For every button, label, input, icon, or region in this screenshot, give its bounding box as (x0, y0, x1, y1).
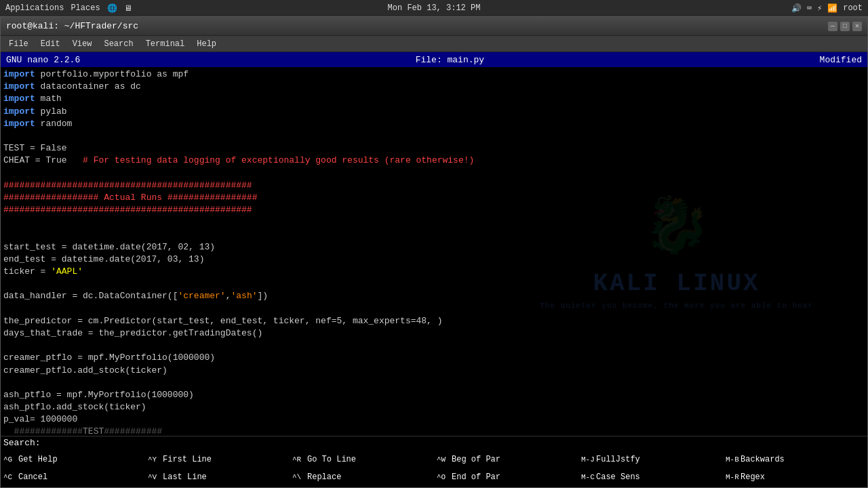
menu-edit[interactable]: Edit (35, 38, 66, 50)
code-line-20 (3, 303, 865, 315)
code-line-16: end_test = datetime.date(2017, 03, 13) (3, 253, 865, 266)
code-line-14 (3, 228, 865, 241)
shortcut-label-get-help: Get Help (18, 455, 58, 464)
nano-modified: Modified (820, 55, 862, 65)
globe-icon[interactable]: 🌐 (107, 3, 117, 14)
user-label: root (843, 3, 863, 13)
shortcut-label-backwards: Backwards (741, 455, 785, 464)
shortcut-key-regex: M-R (726, 473, 739, 481)
shortcut-get-help[interactable]: ^G Get Help (1, 454, 145, 465)
shortcut-case-sens[interactable]: M-C Case Sens (578, 472, 723, 483)
code-line-17: ticker = 'AAPL' (3, 266, 865, 278)
shortcut-label-last-line: Last Line (163, 472, 207, 482)
shortcut-label-fulljstfy: FullJstfy (596, 455, 640, 464)
maximize-button[interactable]: □ (840, 22, 850, 31)
system-bar: Applications Places 🌐 🖥 Mon Feb 13, 3:12… (0, 0, 868, 16)
shortcut-last-line[interactable]: ^V Last Line (145, 472, 290, 483)
search-label: Search: (3, 438, 41, 448)
shortcut-key-go-to-line: ^R (292, 455, 306, 464)
code-line-21: the_predictor = cm.Predictor(start_test,… (3, 315, 865, 327)
code-area[interactable]: 🐉 KALI LINUX The quieter you become, the… (1, 67, 867, 436)
shortcut-beg-of-par[interactable]: ^W Beg of Par (434, 454, 578, 465)
shortcut-key-fulljstfy: M-J (581, 455, 595, 464)
terminal-icon[interactable]: 🖥 (124, 3, 132, 14)
code-line-4: import pylab (3, 106, 865, 118)
shortcut-go-to-line[interactable]: ^R Go To Line (290, 454, 434, 465)
shortcut-col-1: ^G Get Help ^C Cancel (1, 449, 145, 487)
shortcut-regex[interactable]: M-R Regex (723, 472, 867, 483)
nano-header: GNU nano 2.2.6 File: main.py Modified (1, 52, 867, 67)
applications-menu[interactable]: Applications (5, 3, 64, 13)
shortcut-key-beg-of-par: ^W (437, 455, 450, 464)
terminal-window: root@kali: ~/HFTrader/src — □ ✕ File Edi… (0, 16, 868, 488)
code-line-28: ash_ptflo.add_stock(ticker) (3, 401, 865, 413)
shortcut-col-5: M-J FullJstfy M-C Case Sens (578, 449, 723, 487)
code-line-13 (3, 216, 865, 228)
code-line-10: ########################################… (3, 180, 865, 192)
shortcut-label-cancel: Cancel (18, 472, 47, 482)
menu-file[interactable]: File (3, 38, 34, 50)
code-line-26 (3, 377, 865, 389)
code-line-23 (3, 340, 865, 352)
code-line-8: CHEAT = True # For testing data logging … (3, 155, 865, 167)
code-line-1: import portfolio.myportfolio as mpf (3, 68, 865, 81)
system-bar-left: Applications Places 🌐 🖥 (5, 3, 132, 14)
shortcut-backwards[interactable]: M-B Backwards (723, 454, 867, 465)
minimize-button[interactable]: — (828, 22, 837, 31)
system-bar-clock: Mon Feb 13, 3:12 PM (388, 3, 481, 13)
shortcut-end-of-par[interactable]: ^O End of Par (434, 472, 578, 483)
menu-bar: File Edit View Search Terminal Help (1, 36, 867, 52)
menu-view[interactable]: View (67, 38, 98, 50)
shortcut-first-line[interactable]: ^Y First Line (145, 454, 290, 465)
code-line-24: creamer_ptflo = mpf.MyPortfolio(1000000) (3, 352, 865, 364)
code-line-12: ########################################… (3, 204, 865, 216)
places-menu[interactable]: Places (71, 3, 100, 13)
code-line-30: #############TEST########### (3, 426, 865, 436)
title-bar-buttons: — □ ✕ (828, 22, 862, 31)
shortcut-key-end-of-par: ^O (437, 473, 450, 481)
shortcut-label-beg-of-par: Beg of Par (452, 455, 500, 464)
code-line-2: import datacontainer as dc (3, 81, 865, 93)
code-line-5: import random (3, 118, 865, 130)
shortcut-label-regex: Regex (741, 472, 765, 482)
code-line-3: import math (3, 93, 865, 105)
code-line-15: start_test = datetime.date(2017, 02, 13) (3, 241, 865, 253)
close-button[interactable]: ✕ (852, 22, 862, 31)
shortcut-key-case-sens: M-C (581, 473, 595, 481)
shortcut-label-replace: Replace (307, 472, 341, 482)
code-line-9 (3, 167, 865, 180)
code-line-27: ash_ptflo = mpf.MyPortfolio(1000000) (3, 389, 865, 401)
menu-search[interactable]: Search (98, 38, 138, 50)
shortcut-col-3: ^R Go To Line ^\ Replace (290, 449, 434, 487)
menu-help[interactable]: Help (191, 38, 222, 50)
search-input[interactable] (43, 438, 865, 448)
keyboard-icon: ⌨ (807, 3, 812, 14)
shortcut-key-cancel: ^C (3, 473, 17, 481)
shortcut-cancel[interactable]: ^C Cancel (1, 472, 145, 483)
code-line-19: data_handler = dc.DataContainer(['creame… (3, 290, 865, 302)
title-bar: root@kali: ~/HFTrader/src — □ ✕ (1, 17, 867, 36)
code-line-11: ################## Actual Runs #########… (3, 192, 865, 204)
shortcut-label-first-line: First Line (163, 455, 212, 464)
shortcut-key-first-line: ^Y (148, 455, 161, 464)
menu-terminal[interactable]: Terminal (140, 38, 191, 50)
network-icon: 📶 (827, 3, 837, 14)
shortcuts-bar: ^G Get Help ^C Cancel ^Y First Line ^V L… (1, 449, 867, 487)
search-bar: Search: (1, 436, 867, 449)
shortcut-fulljstfy[interactable]: M-J FullJstfy (578, 454, 723, 465)
nano-version: GNU nano 2.2.6 (6, 55, 80, 65)
volume-icon: 🔊 (791, 3, 802, 14)
shortcut-key-backwards: M-B (726, 455, 739, 464)
shortcut-col-6: M-B Backwards M-R Regex (723, 449, 867, 487)
shortcut-replace[interactable]: ^\ Replace (290, 472, 434, 483)
shortcut-key-get-help: ^G (3, 455, 17, 464)
title-bar-title: root@kali: ~/HFTrader/src (6, 21, 138, 31)
code-line-18 (3, 278, 865, 290)
shortcut-label-case-sens: Case Sens (596, 472, 640, 482)
code-line-6 (3, 130, 865, 142)
code-line-25: creamer_ptflo.add_stock(ticker) (3, 365, 865, 377)
shortcut-col-4: ^W Beg of Par ^O End of Par (434, 449, 578, 487)
code-line-29: p_val= 1000000 (3, 413, 865, 426)
shortcut-key-replace: ^\ (292, 473, 306, 481)
code-line-22: days_that_trade = the_predictor.getTradi… (3, 327, 865, 340)
